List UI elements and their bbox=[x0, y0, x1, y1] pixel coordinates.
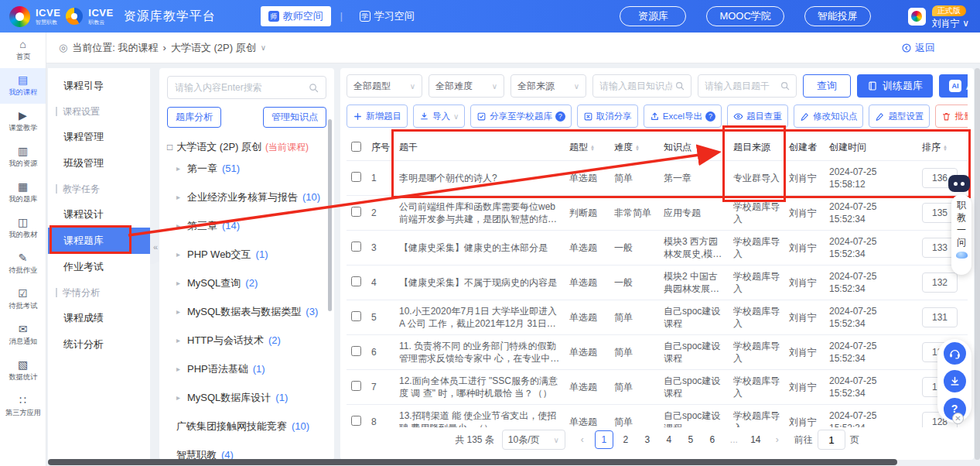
row-checkbox[interactable] bbox=[351, 381, 361, 391]
download-icon[interactable] bbox=[944, 370, 966, 392]
expand-caret-icon[interactable]: ▸ bbox=[176, 164, 183, 173]
nav-learning-space[interactable]: 学学习空间 bbox=[352, 6, 422, 26]
pagination-page-1[interactable]: 1 bbox=[595, 430, 613, 449]
menu-item-course-guide[interactable]: 课程引导 bbox=[48, 73, 150, 99]
row-checkbox[interactable] bbox=[351, 346, 361, 356]
question-stem-link[interactable]: 11. 负责将不同 的业务部门特殊的假勤 管理需求反馈给专家中 心，在专业中心的… bbox=[399, 340, 560, 365]
sidebar-item-pending-homework[interactable]: ✎ 待批作业 bbox=[0, 246, 46, 282]
menu-item-teaching-tasks[interactable]: 教学任务 bbox=[48, 176, 150, 201]
sort-order-input[interactable] bbox=[922, 307, 958, 327]
ai-button[interactable]: AIA bbox=[939, 74, 968, 98]
sidebar-item-home[interactable]: ⌂ 首页 bbox=[0, 33, 46, 68]
expand-caret-icon[interactable]: ▸ bbox=[176, 250, 183, 259]
goto-page-input[interactable] bbox=[818, 430, 845, 450]
tree-node[interactable]: ▸ MySQL数据表与数据类型(3) bbox=[167, 297, 326, 326]
expand-caret-icon[interactable]: ▸ bbox=[176, 393, 183, 402]
menu-item-class-management[interactable]: 班级管理 bbox=[48, 150, 150, 176]
sort-order-input[interactable] bbox=[922, 272, 958, 293]
menu-item-course-question-bank[interactable]: 课程题库 bbox=[48, 228, 150, 254]
sidebar-item-my-courses[interactable]: ▤ 我的课程 bbox=[0, 68, 46, 104]
pagination-next[interactable]: › bbox=[768, 430, 787, 449]
pagination-page-2[interactable]: 2 bbox=[616, 430, 635, 449]
sidebar-item-pending-exams[interactable]: ☑ 待批考试 bbox=[0, 282, 46, 317]
tree-search-input[interactable] bbox=[175, 82, 306, 93]
sidebar-item-notifications[interactable]: ✉ 消息通知 bbox=[0, 317, 46, 353]
training-bank-button[interactable]: 训练题库 bbox=[857, 74, 933, 98]
row-checkbox[interactable] bbox=[351, 242, 361, 252]
header-pill-resource-library[interactable]: 资源库 bbox=[620, 6, 686, 26]
menu-item-course-grades[interactable]: 课程成绩 bbox=[48, 305, 150, 331]
header-pill-mooc-academy[interactable]: MOOC学院 bbox=[706, 6, 784, 26]
toolbar-add-question[interactable]: 新增题目 bbox=[347, 105, 408, 128]
menu-item-homework-exam[interactable]: 作业考试 bbox=[48, 254, 150, 280]
row-checkbox[interactable] bbox=[351, 172, 361, 182]
vertical-scrollbar[interactable] bbox=[975, 68, 980, 460]
filter-select-difficulty[interactable]: 全部难度∨ bbox=[429, 74, 504, 98]
tree-node[interactable]: ▸ HTTP与会话技术(2) bbox=[167, 326, 326, 355]
column-header[interactable]: 创建者 bbox=[784, 135, 825, 161]
filter-text-input[interactable] bbox=[599, 81, 672, 91]
pagination-prev[interactable]: ‹ bbox=[573, 430, 592, 449]
question-stem-link[interactable]: 13.招聘渠道 能 使企业节省支出，使招 聘 费用降到最少...（） bbox=[399, 409, 560, 427]
menu-item-learning-analysis[interactable]: 学情分析 bbox=[48, 280, 150, 305]
question-stem-link[interactable]: 【健康史采集】不属于现病史的内容是 bbox=[399, 276, 560, 289]
select-all-checkbox[interactable] bbox=[351, 142, 361, 152]
toolbar-cancel-share[interactable]: 取消分享 bbox=[577, 105, 638, 128]
column-header[interactable]: 序号 bbox=[367, 135, 394, 161]
expand-caret-icon[interactable]: ▸ bbox=[176, 221, 183, 230]
column-header[interactable]: 题目来源 bbox=[729, 135, 784, 161]
sidebar-item-my-resources[interactable]: ▥ 我的资源 bbox=[0, 139, 46, 175]
pagination-page-3[interactable]: 3 bbox=[638, 430, 657, 449]
filter-text-input[interactable] bbox=[705, 81, 777, 91]
tree-scrollbar[interactable] bbox=[328, 119, 332, 311]
column-header[interactable]: 创建时间 bbox=[825, 135, 917, 161]
sort-caret-icon[interactable]: ▲▼ bbox=[635, 145, 640, 151]
toolbar-batch-delete[interactable]: 批量删除 bbox=[935, 105, 968, 128]
sidebar-item-my-question-bank[interactable]: ▦ 我的题库 bbox=[0, 175, 46, 211]
tree-node[interactable]: ▸ MySQL查询(2) bbox=[167, 269, 326, 297]
toolbar-share-to-school-bank[interactable]: 分享至学校题库 ? bbox=[470, 105, 572, 128]
question-bank-analysis-button[interactable]: 题库分析 bbox=[167, 107, 221, 128]
tree-node[interactable]: ▸ PHP Web交互(1) bbox=[167, 240, 326, 269]
column-header[interactable]: 题型▲▼ bbox=[565, 135, 610, 161]
tree-node[interactable]: ▸ PHP语法基础(1) bbox=[167, 355, 326, 383]
question-stem-link[interactable]: 公司前端组件库和函数库需要每位web前端开发参与共建，是团队智慧的结晶和... bbox=[399, 200, 560, 225]
toolbar-import[interactable]: 导入 ∨ bbox=[413, 105, 465, 128]
back-button[interactable]: 返回 bbox=[901, 41, 935, 55]
manage-knowledge-points-button[interactable]: 管理知识点 bbox=[263, 107, 326, 128]
pagination-page-14[interactable]: 14 bbox=[746, 430, 765, 449]
assistant-vertical-widget[interactable]: 职教一问 bbox=[951, 194, 971, 275]
pagination-page-5[interactable]: 5 bbox=[681, 430, 700, 449]
toolbar-duplicate-check[interactable]: 题目查重 bbox=[727, 105, 788, 128]
filter-select-question-type[interactable]: 全部题型∨ bbox=[347, 74, 422, 98]
column-header[interactable]: 题干 bbox=[394, 135, 565, 161]
pagination-page-4[interactable]: 4 bbox=[660, 430, 678, 449]
pagination-more[interactable]: ... bbox=[725, 430, 743, 449]
sidebar-item-my-textbooks[interactable]: ◫ 我的教材 bbox=[0, 211, 46, 246]
question-stem-link[interactable]: 10.小王2020年7月1日 大学毕业即进入A 公司 工作，截止2021年12月… bbox=[399, 305, 560, 330]
horizontal-scrollbar[interactable] bbox=[48, 459, 897, 465]
tree-node[interactable]: ▸ 第三章(14) bbox=[167, 211, 326, 240]
menu-item-course-design[interactable]: 课程设计 bbox=[48, 201, 150, 228]
sidebar-item-classroom-teaching[interactable]: ▶ 课堂教学 bbox=[0, 104, 46, 139]
menu-item-course-settings[interactable]: 课程设置 bbox=[48, 99, 150, 124]
filter-select-source[interactable]: 全部来源∨ bbox=[510, 74, 586, 98]
menu-item-course-management[interactable]: 课程管理 bbox=[48, 124, 150, 150]
pagination-page-6[interactable]: 6 bbox=[703, 430, 722, 449]
tree-node[interactable]: 广铁集团接触网技能竞赛(10) bbox=[167, 412, 326, 440]
sidebar-item-third-party-apps[interactable]: ∷ 第三方应用 bbox=[0, 389, 46, 424]
column-header[interactable]: 排序▲▼ bbox=[917, 135, 968, 161]
question-stem-link[interactable]: 李明是哪个朝代的诗人? bbox=[399, 172, 560, 184]
expand-caret-icon[interactable]: ▸ bbox=[176, 193, 183, 201]
row-checkbox[interactable] bbox=[351, 416, 361, 426]
help-badge-icon[interactable]: ? bbox=[705, 111, 715, 122]
query-button[interactable]: 查询 bbox=[803, 74, 851, 98]
assistant-robot-icon[interactable] bbox=[948, 175, 970, 192]
column-header[interactable]: 知识点 bbox=[659, 135, 729, 161]
tree-node[interactable]: ▸ 企业经济业务核算与报告(10) bbox=[167, 183, 326, 211]
toolbar-question-type-settings[interactable]: 题型设置 bbox=[869, 105, 930, 128]
question-stem-link[interactable]: 12.面向全体员工进行 "SSC服务的满意度 调 查" 时，哪种时机最恰 当？（… bbox=[399, 375, 560, 399]
row-checkbox[interactable] bbox=[351, 207, 361, 217]
toolbar-edit-knowledge[interactable]: 修改知识点 bbox=[794, 105, 864, 128]
sort-caret-icon[interactable]: ▲▼ bbox=[590, 145, 595, 151]
